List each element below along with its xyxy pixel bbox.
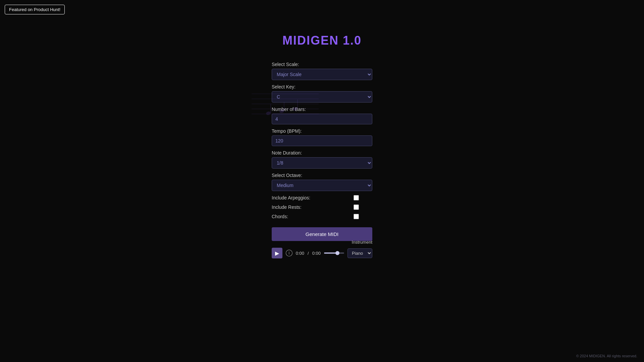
player-area: Instrument ▶ i 0:00 / 0:00 Piano Guitar … [272,248,372,258]
main-content: MIDIGEN 1.0 Select Scale: Major Scale Mi… [0,0,644,258]
chords-checkbox[interactable] [354,214,359,219]
tempo-input[interactable] [272,135,372,146]
chords-row: Chords: [272,214,372,219]
octave-select[interactable]: Low Medium High [272,180,372,191]
bars-label: Number of Bars: [272,107,372,112]
rests-checkbox[interactable] [354,204,359,210]
info-icon[interactable]: i [286,250,292,256]
app-title: MIDIGEN 1.0 [282,34,362,48]
play-button[interactable]: ▶ [272,248,282,258]
key-label: Select Key: [272,84,372,89]
tempo-label: Tempo (BPM): [272,128,372,134]
time-separator: / [308,251,309,256]
arpeggios-row: Include Arpeggios: [272,195,372,200]
bars-input[interactable] [272,114,372,124]
instrument-label: Instrument [352,240,372,245]
volume-slider[interactable] [324,252,344,254]
scale-label: Select Scale: [272,62,372,67]
scale-select[interactable]: Major Scale Minor Scale Pentatonic Scale… [272,69,372,80]
rests-row: Include Rests: [272,204,372,210]
key-select[interactable]: C C# D D# E F F# G G# A A# B [272,91,372,103]
product-hunt-badge[interactable]: Featured on Product Hunt! [5,5,65,14]
form-container: Select Scale: Major Scale Minor Scale Pe… [272,58,372,258]
arpeggios-label: Include Arpeggios: [272,195,354,200]
note-duration-select[interactable]: 1/8 1/4 1/2 1/1 1/16 [272,157,372,169]
generate-midi-button[interactable]: Generate MIDI [272,227,372,241]
rests-label: Include Rests: [272,204,354,210]
octave-label: Select Octave: [272,173,372,178]
time-total: 0:00 [312,251,321,256]
instrument-select[interactable]: Piano Guitar Violin Flute Synth [347,248,372,258]
footer-text: © 2024 MIDIGEN. All rights reserved. [576,354,637,358]
arpeggios-checkbox[interactable] [354,195,359,200]
chords-label: Chords: [272,214,354,219]
time-current: 0:00 [296,251,304,256]
note-duration-label: Note Duration: [272,150,372,156]
